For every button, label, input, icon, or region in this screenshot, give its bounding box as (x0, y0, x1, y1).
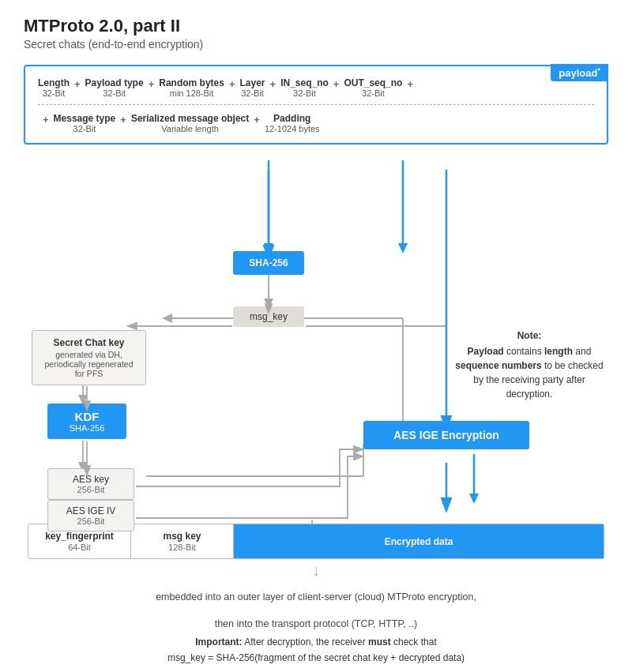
secret-chat-key-box: Secret Chat key generated via DH, period… (32, 330, 146, 385)
aes-ige-enc-box: AES IGE Encryption (363, 421, 529, 449)
payload-label: payload* (551, 64, 608, 81)
diagram-area: Secret Chat key generated via DH, period… (24, 160, 608, 524)
payload-box: Length 32-Bit + Payload type 32-Bit + Ra… (24, 65, 608, 145)
note-box: Note: Payload contains length and sequen… (450, 330, 608, 401)
field-layer: Layer 32-Bit (240, 77, 265, 98)
field-serialized: Serialized message object Variable lengt… (131, 113, 249, 133)
page-subtitle: Secret chats (end-to-end encryption) (24, 38, 608, 51)
payload-container: payload* Length 32-Bit + Payload type 32… (24, 65, 608, 145)
field-length: Length 32-Bit (38, 77, 70, 98)
field-in-seq: IN_seq_no 32-Bit (280, 77, 329, 98)
field-payload-type: Payload type 32-Bit (85, 77, 144, 98)
field-padding: Padding 12-1024 bytes (265, 113, 320, 133)
footer-important: Important: After decryption, the receive… (24, 636, 608, 648)
footer-formula: msg_key = SHA-256(fragment of the secret… (24, 652, 608, 663)
msg-key-box: msg_key (233, 306, 304, 327)
bottom-arrow: ↓ (24, 562, 608, 578)
sha256-box: SHA-256 (233, 251, 304, 275)
field-out-seq: OUT_seq_no 32-Bit (344, 77, 402, 98)
footer-line2: then into the transport protocol (TCP, H… (24, 616, 608, 632)
field-random-bytes: Random bytes min 128-Bit (159, 77, 224, 98)
kdf-box: KDF SHA-256 (47, 404, 126, 439)
svg-marker-17 (398, 243, 408, 253)
svg-marker-5 (162, 313, 172, 323)
aes-iv-box: AES IGE IV 256-Bit (47, 500, 134, 531)
field-msg-type: Message type 32-Bit (54, 113, 116, 133)
must-label: must (368, 636, 391, 648)
aes-key-box: AES key 256-Bit (47, 468, 134, 500)
encrypted-data-cell: Encrypted data (234, 524, 604, 558)
msg-key-cell: msg key 128-Bit (131, 524, 234, 558)
svg-marker-19 (469, 494, 479, 504)
footer-line1: embedded into an outer layer of client-s… (24, 589, 608, 605)
page-title: MTProto 2.0, part II (24, 16, 608, 36)
footer-important-label: Important: (195, 636, 242, 648)
